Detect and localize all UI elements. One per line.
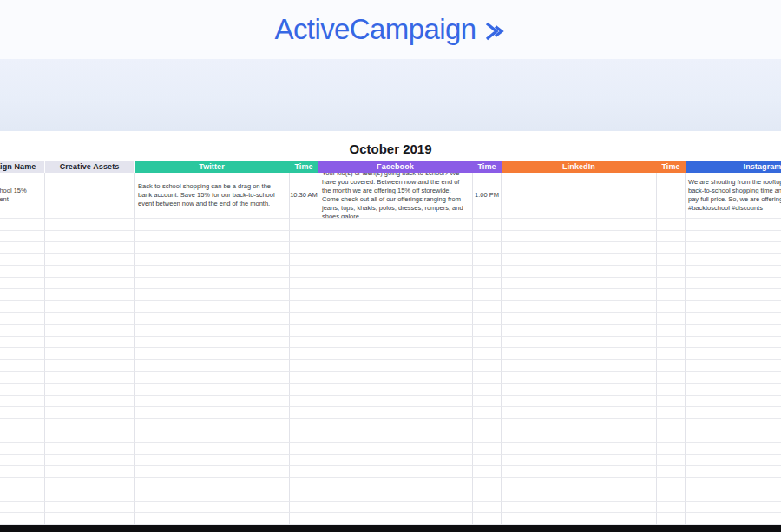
- empty-cell-campaign[interactable]: [0, 254, 45, 266]
- empty-cell-linkedin_time[interactable]: [657, 231, 686, 243]
- empty-cell-instagram[interactable]: [686, 372, 781, 384]
- empty-cell-instagram[interactable]: [686, 348, 781, 360]
- empty-cell-twitter[interactable]: [135, 231, 290, 243]
- empty-cell-assets[interactable]: [45, 313, 135, 325]
- empty-cell-facebook[interactable]: [318, 502, 473, 514]
- empty-cell-linkedin_time[interactable]: [657, 266, 686, 278]
- empty-cell-facebook[interactable]: [318, 396, 473, 408]
- empty-cell-linkedin[interactable]: [502, 513, 657, 525]
- empty-cell-facebook_time[interactable]: [473, 466, 502, 478]
- empty-cell-instagram[interactable]: [686, 513, 781, 525]
- empty-cell-linkedin_time[interactable]: [657, 430, 686, 443]
- empty-cell-facebook_time[interactable]: [473, 419, 502, 431]
- empty-cell-campaign[interactable]: [0, 430, 45, 443]
- empty-cell-facebook[interactable]: [318, 348, 473, 360]
- empty-cell-twitter_time[interactable]: [290, 313, 318, 325]
- empty-cell-twitter[interactable]: [135, 430, 290, 443]
- empty-cell-twitter_time[interactable]: [290, 384, 318, 396]
- empty-cell-facebook_time[interactable]: [473, 289, 502, 301]
- empty-cell-twitter[interactable]: [135, 266, 290, 278]
- empty-cell-twitter_time[interactable]: [290, 372, 318, 384]
- empty-cell-linkedin[interactable]: [502, 372, 657, 384]
- empty-cell-linkedin[interactable]: [502, 478, 657, 490]
- empty-cell-twitter_time[interactable]: [290, 455, 318, 467]
- empty-cell-facebook[interactable]: [318, 489, 473, 502]
- empty-cell-facebook[interactable]: [318, 478, 473, 490]
- empty-cell-twitter[interactable]: [135, 455, 290, 467]
- empty-cell-assets[interactable]: [45, 242, 135, 254]
- empty-cell-instagram[interactable]: [686, 478, 781, 490]
- cell-twitter[interactable]: Back-to-school shopping can be a drag on…: [135, 173, 290, 219]
- empty-cell-linkedin_time[interactable]: [657, 513, 686, 525]
- cell-facebook[interactable]: Your kid(s) or teen(s) going back-to-sch…: [318, 173, 473, 219]
- empty-cell-linkedin[interactable]: [502, 384, 657, 396]
- empty-cell-linkedin_time[interactable]: [657, 384, 686, 396]
- empty-cell-linkedin[interactable]: [502, 254, 657, 266]
- empty-cell-twitter_time[interactable]: [290, 254, 318, 266]
- empty-cell-linkedin[interactable]: [502, 489, 657, 502]
- empty-cell-facebook[interactable]: [318, 360, 473, 372]
- empty-cell-twitter_time[interactable]: [290, 219, 318, 231]
- empty-cell-instagram[interactable]: [686, 242, 781, 254]
- empty-cell-linkedin_time[interactable]: [657, 396, 686, 408]
- empty-cell-assets[interactable]: [45, 231, 135, 243]
- empty-cell-campaign[interactable]: [0, 419, 45, 431]
- empty-cell-instagram[interactable]: [686, 443, 781, 455]
- empty-cell-campaign[interactable]: [0, 513, 45, 525]
- empty-cell-twitter_time[interactable]: [290, 360, 318, 372]
- empty-cell-twitter[interactable]: [135, 313, 290, 325]
- empty-cell-linkedin[interactable]: [502, 301, 657, 313]
- empty-cell-facebook[interactable]: [318, 313, 473, 325]
- empty-cell-twitter[interactable]: [135, 337, 290, 349]
- empty-cell-instagram[interactable]: [686, 419, 781, 431]
- empty-cell-assets[interactable]: [45, 337, 135, 349]
- empty-cell-facebook[interactable]: [318, 266, 473, 278]
- empty-cell-linkedin[interactable]: [502, 219, 657, 231]
- empty-cell-campaign[interactable]: [0, 231, 45, 243]
- empty-cell-linkedin_time[interactable]: [657, 360, 686, 372]
- empty-cell-assets[interactable]: [45, 513, 135, 525]
- empty-cell-campaign[interactable]: [0, 289, 45, 301]
- empty-cell-linkedin[interactable]: [502, 337, 657, 349]
- empty-cell-linkedin[interactable]: [502, 396, 657, 408]
- empty-cell-linkedin_time[interactable]: [657, 443, 686, 455]
- empty-cell-facebook[interactable]: [318, 278, 473, 290]
- empty-cell-linkedin[interactable]: [502, 502, 657, 514]
- empty-cell-linkedin[interactable]: [502, 348, 657, 360]
- empty-cell-twitter[interactable]: [135, 372, 290, 384]
- empty-cell-linkedin_time[interactable]: [657, 407, 686, 419]
- empty-cell-linkedin[interactable]: [502, 266, 657, 278]
- empty-cell-facebook_time[interactable]: [473, 478, 502, 490]
- empty-cell-campaign[interactable]: [0, 219, 45, 231]
- empty-cell-twitter[interactable]: [135, 489, 290, 502]
- empty-cell-instagram[interactable]: [686, 407, 781, 419]
- empty-cell-linkedin_time[interactable]: [657, 337, 686, 349]
- empty-cell-twitter[interactable]: [135, 219, 290, 231]
- empty-cell-linkedin[interactable]: [502, 242, 657, 254]
- empty-cell-instagram[interactable]: [686, 384, 781, 396]
- empty-cell-twitter_time[interactable]: [290, 466, 318, 478]
- empty-cell-twitter[interactable]: [135, 513, 290, 525]
- empty-cell-facebook[interactable]: [318, 337, 473, 349]
- empty-cell-twitter_time[interactable]: [290, 478, 318, 490]
- empty-cell-twitter[interactable]: [135, 325, 290, 337]
- empty-cell-twitter_time[interactable]: [290, 348, 318, 360]
- empty-cell-campaign[interactable]: [0, 384, 45, 396]
- empty-cell-facebook[interactable]: [318, 384, 473, 396]
- empty-cell-assets[interactable]: [45, 502, 135, 514]
- empty-cell-linkedin[interactable]: [502, 325, 657, 337]
- cell-facebook_time[interactable]: 1:00 PM: [473, 173, 502, 219]
- empty-cell-instagram[interactable]: [686, 455, 781, 467]
- empty-cell-linkedin_time[interactable]: [657, 466, 686, 478]
- cell-assets[interactable]: [45, 173, 135, 219]
- empty-cell-twitter[interactable]: [135, 443, 290, 455]
- empty-cell-facebook[interactable]: [318, 513, 473, 525]
- empty-cell-linkedin[interactable]: [502, 231, 657, 243]
- empty-cell-campaign[interactable]: [0, 466, 45, 478]
- empty-cell-facebook[interactable]: [318, 443, 473, 455]
- empty-cell-facebook_time[interactable]: [473, 360, 502, 372]
- empty-cell-facebook[interactable]: [318, 289, 473, 301]
- empty-cell-twitter[interactable]: [135, 289, 290, 301]
- empty-cell-twitter[interactable]: [135, 348, 290, 360]
- empty-cell-linkedin_time[interactable]: [657, 278, 686, 290]
